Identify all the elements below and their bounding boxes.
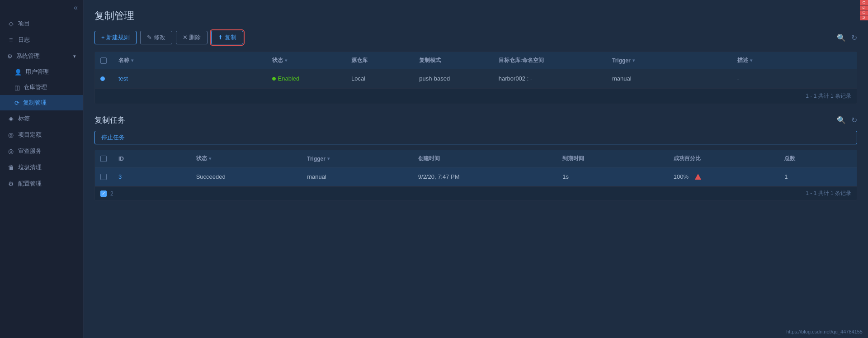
sidebar-collapse-btn[interactable]: « <box>0 0 83 15</box>
task-total-cell: 1 <box>779 169 857 185</box>
sidebar-item-warehouse-mgmt[interactable]: ◫ 仓库管理 <box>0 80 83 95</box>
tasks-search-icon[interactable]: 🔍 <box>837 116 846 124</box>
sidebar-item-replication-mgmt[interactable]: ⟳ 复制管理 <box>0 95 83 110</box>
edit-button[interactable]: ✎ 修改 <box>140 31 172 44</box>
row-name-cell: test <box>113 71 267 86</box>
sidebar-item-label: 标签 <box>18 114 30 123</box>
sidebar-item-label: 用户管理 <box>25 68 49 76</box>
sidebar-item-label: 日志 <box>18 36 30 44</box>
tasks-header-check <box>95 151 113 167</box>
tasks-table-footer: 1 - 1 共计 1 条记录 <box>806 190 851 197</box>
sidebar-item-label: 垃圾清理 <box>18 163 42 171</box>
sidebar-group-system-admin[interactable]: ⚙ 系统管理 ▾ <box>0 48 83 64</box>
stop-task-button[interactable]: 停止任务 <box>94 131 857 144</box>
page-title: 复制管理 <box>94 9 857 23</box>
sidebar-item-label: 系统管理 <box>16 52 40 60</box>
sort-task-trigger-icon[interactable]: ▾ <box>327 156 330 161</box>
tasks-header-success: 成功百分比 <box>668 150 779 167</box>
rules-header-status: 状态 ▾ <box>267 52 346 69</box>
sidebar-item-projects[interactable]: ◇ 项目 <box>0 15 83 32</box>
sidebar-item-tags[interactable]: ◈ 标签 <box>0 110 83 127</box>
toolbar-right-actions: 🔍 ↻ <box>837 33 857 42</box>
garbage-icon: 🗑 <box>7 164 14 171</box>
task-id-link[interactable]: 3 <box>118 173 122 180</box>
row-dest-cell: harbor002 : - <box>493 71 607 86</box>
sort-name-icon[interactable]: ▾ <box>131 58 133 63</box>
tasks-check-all[interactable] <box>100 156 107 162</box>
table-row[interactable]: 3 Succeeded manual 9/2/20, 7:47 PM 1s 10… <box>95 167 857 186</box>
footer-checkbox[interactable] <box>100 190 107 197</box>
edge-pills: C S D N <box>860 0 868 20</box>
rule-name-link[interactable]: test <box>118 75 128 82</box>
rules-header-source: 源仓库 <box>346 52 414 69</box>
edge-pill-4[interactable]: N <box>860 15 868 20</box>
chevron-down-icon: ▾ <box>73 53 76 59</box>
sidebar-item-label: 配置管理 <box>18 180 42 188</box>
task-trigger-cell: manual <box>302 169 413 185</box>
sidebar-item-label: 项目 <box>18 19 30 28</box>
tasks-header-created: 创建时间 <box>413 150 557 167</box>
sidebar-item-label: 复制管理 <box>23 99 47 107</box>
rules-header-trigger: Trigger ▾ <box>607 53 731 68</box>
table-row[interactable]: test Enabled Local push-based harbor002 … <box>95 69 857 88</box>
arrow-up-indicator <box>695 174 701 180</box>
sort-desc-icon[interactable]: ▾ <box>750 58 752 63</box>
tasks-toolbar-right: 🔍 ↻ <box>837 116 857 124</box>
rules-header-desc: 描述 ▾ <box>732 52 857 69</box>
status-dot <box>272 77 276 81</box>
new-rule-button[interactable]: + 新建规则 <box>94 31 137 44</box>
edge-pill-1[interactable]: C <box>860 0 868 5</box>
rules-check-all[interactable] <box>100 57 107 64</box>
replicate-button[interactable]: ⬆ 复制 <box>211 31 243 44</box>
sidebar-item-user-mgmt[interactable]: 👤 用户管理 <box>0 64 83 80</box>
sidebar-item-project-quota[interactable]: ◎ 项目定额 <box>0 127 83 143</box>
tasks-table-header: ID 状态 ▾ Trigger ▾ 创建时间 到期时间 成功百分比 总数 <box>95 150 857 167</box>
edge-pill-3[interactable]: D <box>860 10 868 15</box>
rules-header-mode: 复制模式 <box>414 52 493 69</box>
tasks-header-status: 状态 ▾ <box>191 150 302 167</box>
refresh-icon[interactable]: ↻ <box>851 33 857 42</box>
rules-header-dest: 目标仓库:命名空间 <box>493 52 607 69</box>
sort-trigger-icon[interactable]: ▾ <box>632 58 635 63</box>
url-bar: https://blog.csdn.net/qq_44784155 <box>786 329 863 334</box>
row-trigger-cell: manual <box>607 71 731 86</box>
tags-icon: ◈ <box>7 115 14 122</box>
rules-header-name: 名称 ▾ <box>113 52 267 69</box>
tasks-header-expire: 到期时间 <box>557 150 668 167</box>
projects-icon: ◇ <box>7 20 14 27</box>
page-count: 2 <box>110 190 113 197</box>
rules-table: 名称 ▾ 状态 ▾ 源仓库 复制模式 目标仓库:命名空间 Trigger ▾ 描… <box>94 52 857 104</box>
tasks-table-footer-row: 2 1 - 1 共计 1 条记录 <box>95 186 857 200</box>
sidebar-item-config-mgmt[interactable]: ⚙ 配置管理 <box>0 176 83 192</box>
main-content: 复制管理 + 新建规则 ✎ 修改 ✕ 删除 ⬆ 复制 🔍 ↻ 名称 ▾ 状态 ▾ <box>84 0 868 338</box>
config-icon: ⚙ <box>7 180 14 187</box>
row-check-cell <box>95 72 113 86</box>
row-source-cell: Local <box>346 71 414 86</box>
sidebar-item-label: 项目定额 <box>18 131 42 139</box>
tasks-refresh-icon[interactable]: ↻ <box>851 116 857 124</box>
task-row-checkbox[interactable] <box>100 174 107 180</box>
sidebar-item-garbage[interactable]: 🗑 垃圾清理 <box>0 159 83 176</box>
sidebar-item-audit-service[interactable]: ◎ 审查服务 <box>0 143 83 159</box>
tasks-table: ID 状态 ▾ Trigger ▾ 创建时间 到期时间 成功百分比 总数 <box>94 150 857 200</box>
rules-header-check <box>95 53 113 68</box>
tasks-section-header: 复制任务 🔍 ↻ <box>94 115 857 125</box>
user-mgmt-icon: 👤 <box>14 69 22 76</box>
task-expire-cell: 1s <box>557 169 668 185</box>
sidebar-item-logs[interactable]: ≡ 日志 <box>0 32 83 48</box>
sidebar-item-label: 仓库管理 <box>24 83 47 91</box>
tasks-header-id: ID <box>113 151 191 167</box>
delete-button[interactable]: ✕ 删除 <box>176 31 208 44</box>
logs-icon: ≡ <box>7 36 14 43</box>
rules-toolbar: + 新建规则 ✎ 修改 ✕ 删除 ⬆ 复制 🔍 ↻ <box>94 31 857 44</box>
tasks-header-total: 总数 <box>779 150 857 167</box>
sort-task-status-icon[interactable]: ▾ <box>209 156 211 161</box>
edge-pill-2[interactable]: S <box>860 5 868 10</box>
sidebar: « ◇ 项目 ≡ 日志 ⚙ 系统管理 ▾ 👤 用户管理 ◫ 仓库管理 ⟳ 复制管… <box>0 0 84 338</box>
sort-status-icon[interactable]: ▾ <box>285 58 287 63</box>
search-icon[interactable]: 🔍 <box>837 33 846 42</box>
quota-icon: ◎ <box>7 131 14 138</box>
row-status-cell: Enabled <box>267 71 346 86</box>
task-id-cell: 3 <box>113 169 191 185</box>
warehouse-icon: ◫ <box>14 84 20 91</box>
